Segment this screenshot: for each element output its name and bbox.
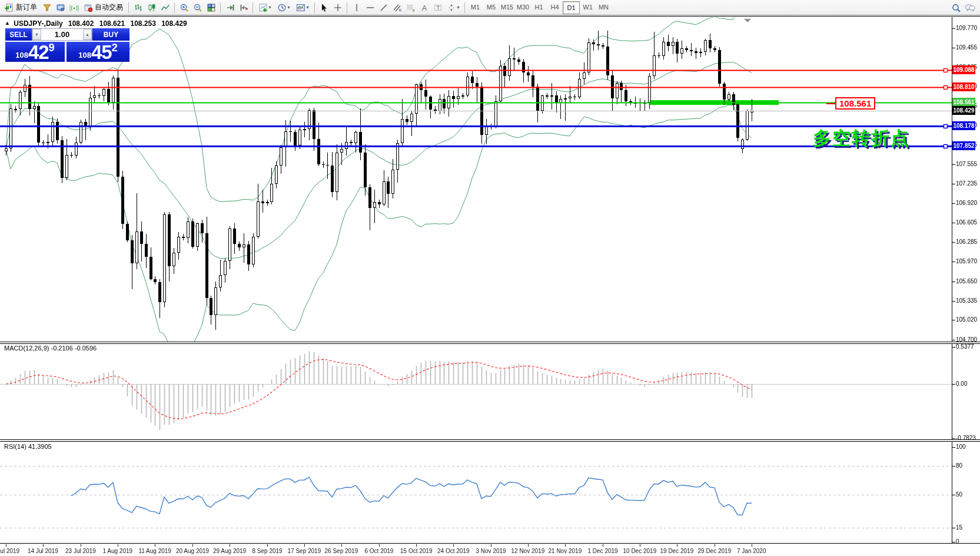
date-tick-label: 21 Nov 2019	[549, 548, 582, 554]
volume-increase-button[interactable]: ▲	[83, 29, 92, 40]
text-tool-button[interactable]: A	[417, 1, 431, 14]
timeframe-m1[interactable]: M1	[467, 1, 483, 13]
rsi-axis-label: 50	[956, 491, 962, 498]
fibonacci-icon: F	[406, 3, 416, 12]
price-level-label: 108.429	[952, 106, 975, 115]
collapse-arrow-icon[interactable]: ▲	[5, 20, 10, 26]
line-chart-button[interactable]	[158, 1, 172, 14]
zoom-in-button[interactable]	[177, 1, 191, 14]
search-icon	[951, 3, 961, 13]
add-indicator-button[interactable]: ▾	[255, 1, 274, 14]
timeframe-m30[interactable]: M30	[515, 1, 531, 13]
price-level-label: 109.088	[952, 65, 975, 74]
svg-text:F: F	[413, 9, 415, 12]
price-tick	[952, 48, 955, 48]
dropdown-caret: ▾	[457, 5, 459, 10]
svg-text:T: T	[436, 5, 440, 11]
high-value: 108.621	[99, 19, 125, 28]
sell-price-pips: 42	[28, 44, 49, 61]
chart-window: ▲ USDJPY-,Daily 108.402 108.621 108.253 …	[0, 16, 980, 556]
macd-panel-separator[interactable]	[0, 342, 980, 344]
timeframe-w1[interactable]: W1	[580, 1, 596, 13]
rsi-axis-tick	[952, 495, 955, 495]
terminal-button[interactable]	[54, 1, 67, 14]
vertical-line-icon	[352, 3, 361, 12]
buy-button[interactable]: BUY	[92, 28, 129, 41]
fibonacci-tool-button[interactable]: F	[404, 1, 417, 14]
text-label-tool-button[interactable]: T	[431, 1, 444, 14]
macd-axis-tick	[952, 347, 955, 348]
template-icon	[296, 3, 305, 12]
chart-canvas[interactable]	[0, 17, 952, 544]
auto-scroll-button[interactable]	[223, 1, 237, 14]
sell-price-point: 9	[49, 42, 55, 54]
price-tick-label: 107.555	[956, 161, 977, 168]
chart-shift-button[interactable]	[237, 1, 250, 14]
cursor-tool-button[interactable]	[317, 1, 331, 14]
text-label-icon: T	[433, 3, 443, 12]
rsi-axis-label: 80	[956, 462, 962, 469]
sell-price-figure: 108	[15, 51, 28, 59]
volume-decrease-button[interactable]: ▼	[32, 29, 41, 40]
arrows-tool-button[interactable]: ▾	[444, 1, 462, 14]
price-tick-label: 105.650	[956, 278, 977, 285]
chat-button[interactable]	[963, 1, 976, 14]
auto-trading-button[interactable]: 自动交易	[81, 1, 126, 14]
crosshair-tool-button[interactable]	[331, 1, 344, 14]
new-order-button[interactable]: 新订单	[2, 1, 40, 14]
timeframe-group: M1M5M15M30H1H4D1W1MN	[467, 1, 612, 14]
line-chart-icon	[161, 3, 170, 12]
periods-button[interactable]: ▾	[274, 1, 293, 14]
sell-button[interactable]: SELL	[5, 28, 32, 41]
rsi-label: RSI(14) 41.3905	[4, 443, 52, 450]
date-tick	[752, 544, 752, 547]
candlestick-chart-button[interactable]	[145, 1, 158, 14]
timeframe-mn[interactable]: MN	[596, 1, 612, 13]
vertical-line-tool-button[interactable]	[350, 1, 363, 14]
zoom-out-button[interactable]	[191, 1, 204, 14]
symbol-search-button[interactable]	[949, 1, 963, 14]
signal-button[interactable]	[67, 1, 81, 14]
toolbar-separator	[314, 2, 315, 13]
date-tick	[304, 544, 305, 547]
macd-axis-label: 0.00	[956, 380, 967, 388]
pivot-annotation-text[interactable]: 多空转折点	[813, 126, 910, 151]
timeframe-d1[interactable]: D1	[563, 1, 580, 14]
timeframe-h1[interactable]: H1	[531, 1, 547, 13]
price-tick	[952, 262, 955, 262]
date-tick-label: 15 Oct 2019	[400, 548, 432, 554]
macd-axis-tick	[952, 438, 955, 439]
timeframe-m15[interactable]: M15	[499, 1, 515, 13]
timeframe-m5[interactable]: M5	[483, 1, 499, 13]
date-tick-label: 17 Sep 2019	[288, 548, 321, 554]
channel-tool-button[interactable]: E	[390, 1, 404, 14]
template-button[interactable]: ▾	[293, 1, 312, 14]
date-tick-label: 29 Aug 2019	[213, 548, 246, 554]
price-tick	[952, 242, 955, 243]
trendline-tool-button[interactable]	[377, 1, 390, 14]
price-level-label: 108.178	[952, 121, 975, 130]
sell-price[interactable]: 108 42 9	[5, 42, 65, 62]
horizontal-line-tool-button[interactable]	[363, 1, 377, 14]
bar-chart-button[interactable]	[131, 1, 145, 14]
rsi-axis-label: 15	[956, 524, 962, 531]
rsi-panel-separator[interactable]	[0, 439, 980, 442]
equidistant-channel-icon: E	[393, 3, 402, 12]
candlestick-chart-icon	[147, 3, 157, 12]
timeframe-h4[interactable]: H4	[547, 1, 563, 13]
arrows-icon	[447, 3, 456, 12]
toolbar-separator	[464, 2, 465, 13]
date-tick-label: 3 Nov 2019	[476, 548, 506, 554]
price-tick	[952, 223, 955, 223]
price-tick	[952, 320, 955, 320]
buy-price[interactable]: 108 45 2	[67, 42, 129, 62]
auto-scroll-icon	[225, 3, 235, 12]
tile-windows-button[interactable]	[204, 1, 218, 14]
market-watch-button[interactable]	[40, 1, 54, 14]
volume-input[interactable]: 1.00	[41, 29, 83, 40]
price-level-flag[interactable]: 108.561	[835, 97, 875, 110]
auto-trading-icon	[84, 3, 93, 12]
auto-trading-label: 自动交易	[95, 2, 123, 12]
date-tick	[43, 544, 44, 547]
price-tick	[952, 340, 955, 340]
